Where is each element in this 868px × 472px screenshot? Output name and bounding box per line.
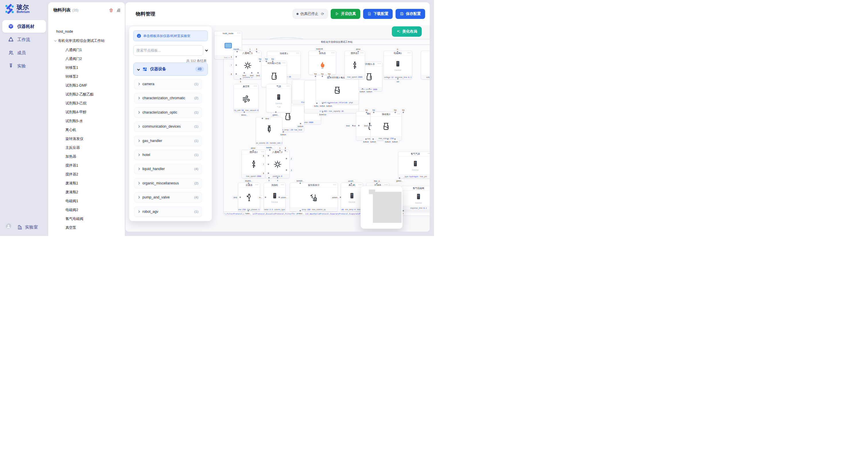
tree-item[interactable]: 转移泵2	[48, 72, 125, 81]
node-menu-icon[interactable]: •••	[361, 51, 364, 54]
template-item-hotel[interactable]: hotel(1)	[134, 150, 202, 160]
port-dot-icon	[278, 196, 280, 198]
canvas-node-气源[interactable]: 气源•••Device气源	[266, 84, 291, 112]
node-menu-icon[interactable]: •••	[332, 51, 335, 54]
tree-item[interactable]: 真空泵	[48, 224, 125, 232]
node-menu-icon[interactable]: •••	[255, 183, 259, 186]
save-config-button[interactable]: 保存配置	[396, 9, 425, 19]
tree-item[interactable]: 搅拌器2	[48, 170, 125, 179]
node-menu-icon[interactable]: •••	[384, 183, 388, 186]
sidebar-nav: 仪器耗材工作流成员实验	[2, 20, 46, 73]
tree-item[interactable]: 转移泵1	[48, 63, 125, 72]
port-dot-icon	[319, 50, 321, 53]
tree-item[interactable]: 试剂瓶1-DMF	[48, 81, 125, 90]
save-icon	[400, 12, 404, 16]
port-chip-bind: bind	[363, 124, 369, 127]
node-menu-icon[interactable]: •••	[428, 152, 430, 155]
port-chip-top: top	[401, 108, 406, 111]
tree-item[interactable]: 电磁阀1	[48, 197, 125, 206]
canvas-node-离心机[interactable]: 离心机•••Devicep: 40min_temp: 4max_spe	[341, 183, 363, 212]
tree-item[interactable]: 试剂瓶3-己烷	[48, 99, 125, 108]
chevron-right-icon	[137, 140, 140, 142]
tree-item[interactable]: 废液瓶2	[48, 188, 125, 197]
template-item-characterization_optic[interactable]: characterization_optic(1)	[134, 107, 202, 117]
tree-item[interactable]: 旋转蒸发仪	[48, 134, 125, 143]
search-input[interactable]	[133, 45, 203, 56]
port-dot-icon	[358, 125, 360, 127]
node-menu-icon[interactable]: •••	[378, 62, 381, 65]
tree-item[interactable]: 搅拌器1	[48, 161, 125, 170]
canvas-node-分液器[interactable]: 分液器•••volume: 250has_phases: true	[238, 183, 260, 212]
node-menu-icon[interactable]: •••	[261, 150, 265, 153]
canvas-node-试剂瓶3-己烷[interactable]: 试剂瓶3-己烷•••	[261, 61, 287, 87]
sidebar-item-experiment[interactable]: 实验	[2, 60, 46, 72]
tree-item[interactable]: 离心机	[48, 126, 125, 134]
canvas-node-card[interactable]: max_volume: 25transfer_rate: 10	[256, 117, 282, 145]
port-dot-icon	[268, 164, 270, 165]
node-menu-icon[interactable]: •••	[254, 85, 257, 87]
port-chip-6: 6	[229, 55, 233, 58]
canvas-node-电磁阀1[interactable]: 电磁阀1•••Devicevoltage: 12response_time: 0…	[383, 51, 412, 79]
tree-item[interactable]: 八通阀门2	[48, 55, 125, 63]
grid-icon	[143, 67, 147, 72]
node-menu-icon[interactable]: •••	[237, 32, 241, 34]
tree-item[interactable]: 氢气电磁阀	[48, 214, 125, 224]
canvas-node-氢气电磁阀[interactable]: 氢气电磁阀•••Deviceresponse_time: 0.1	[401, 186, 430, 210]
simulation-status[interactable]: 仿真已停止 ⟳	[293, 9, 328, 19]
refresh-icon[interactable]: ⟳	[321, 12, 324, 16]
tree-item[interactable]: 加热器	[48, 152, 125, 161]
tree-item-workstation[interactable]: 有机化学流程综合测试工作站	[48, 36, 125, 45]
tree-item[interactable]: 废液瓶1	[48, 179, 125, 188]
node-menu-icon[interactable]: •••	[397, 112, 400, 115]
canvas-node-固体试剂瓶3-氯化镁[interactable]: 固体试剂瓶3-氯化镁•••agent: magnesium_chlorideph…	[316, 75, 359, 105]
tree-item[interactable]: 主反应器	[48, 143, 125, 152]
download-config-button[interactable]: 下载配置	[363, 9, 393, 19]
canvas-node-搅拌器1[interactable]: 搅拌器1•••max_speed: 2000	[344, 51, 365, 79]
canvas-node-接收瓶3[interactable]: 接收瓶3•••max_volume: 250	[370, 112, 402, 140]
start-simulation-button[interactable]: 开启仿真	[331, 9, 360, 19]
template-item-characterization_chromatic[interactable]: characterization_chromatic(2)	[134, 93, 202, 103]
sidebar-item-cube[interactable]: 仪器耗材	[2, 20, 46, 33]
template-item-pump_and_valve[interactable]: pump_and_valve(4)	[134, 192, 202, 202]
port-chip-bottom: bottom	[325, 104, 333, 107]
trash-icon[interactable]	[109, 8, 113, 12]
avatar[interactable]	[6, 224, 13, 231]
canvas-node-加热器[interactable]: 加热器•••	[309, 51, 336, 75]
collapse-list-icon[interactable]	[116, 8, 121, 12]
canvas-node-旋转蒸发仪[interactable]: 旋转蒸发仪•••temp: 180max_rotation_sp	[290, 183, 338, 212]
port-chip-bind: bind	[345, 124, 351, 127]
node-menu-icon[interactable]: •••	[359, 183, 362, 186]
sidebar-item-members[interactable]: 成员	[2, 46, 46, 59]
tree-item[interactable]: 试剂瓶2-乙酸乙酯	[48, 90, 125, 99]
template-item-gas_handler[interactable]: gas_handler(1)	[134, 136, 202, 146]
tree-item[interactable]: 电磁阀2	[48, 206, 125, 214]
category-instruments[interactable]: 仪器设备 49	[133, 63, 208, 76]
template-item-organic_miscellaneous[interactable]: organic_miscellaneous(2)	[134, 178, 202, 189]
sidebar-item-laboratory[interactable]: 实验室	[17, 225, 38, 230]
node-menu-icon[interactable]: •••	[282, 61, 286, 64]
chevron-down-icon[interactable]	[205, 48, 208, 51]
node-menu-icon[interactable]: •••	[408, 51, 411, 54]
canvas-node-真空泵[interactable]: 真空泵•••pump_rate: 50max_vacuum: 0.1	[234, 84, 259, 112]
template-item-communication_devices[interactable]: communication_devices(1)	[134, 121, 202, 132]
beautify-layout-button[interactable]: 美化布局	[392, 26, 422, 37]
tree-item[interactable]: 八通阀门1	[48, 45, 125, 55]
node-menu-icon[interactable]: •••	[287, 85, 290, 87]
tree-item-host-node[interactable]: host_node	[48, 27, 125, 36]
template-item-robot_agv[interactable]: robot_agv(1)	[134, 206, 202, 217]
tree-item[interactable]: 试剂瓶4-甲醇	[48, 108, 125, 117]
node-menu-icon[interactable]: •••	[333, 183, 336, 186]
node-menu-icon[interactable]: •••	[281, 183, 284, 186]
canvas-node-card[interactable]: voltage: 12	[421, 51, 430, 79]
port-dot-icon	[329, 102, 330, 104]
port-chip-bind: bind	[249, 74, 255, 77]
template-item-liquid_handler[interactable]: liquid_handler(4)	[134, 164, 202, 174]
port-chip-in: in	[396, 47, 399, 50]
node-menu-icon[interactable]: •••	[296, 52, 299, 54]
port-chip-bind: bind	[241, 74, 247, 77]
tree-item[interactable]: 试剂瓶5-水	[48, 117, 125, 126]
canvas-node-氢气气源[interactable]: 氢气气源•••Device_type: hydrogenmax_pre	[398, 151, 430, 179]
port-chip-solven...: solven...	[331, 196, 340, 199]
sidebar-item-workflow[interactable]: 工作流	[2, 33, 46, 46]
template-item-camera[interactable]: camera(1)	[134, 79, 202, 89]
